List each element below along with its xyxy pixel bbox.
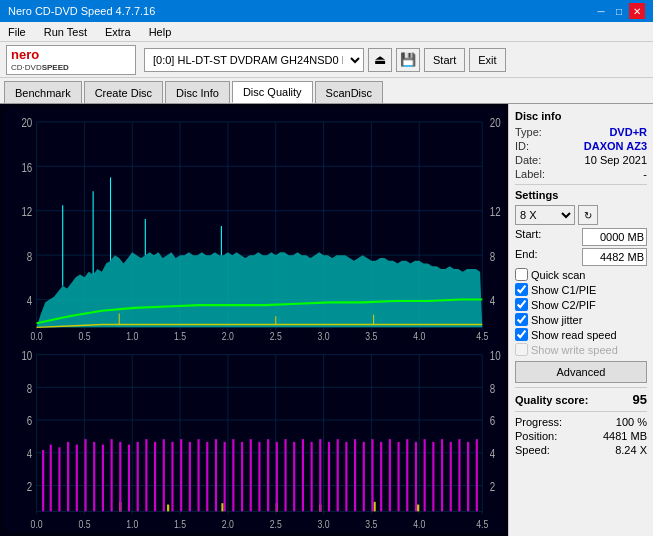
progress-label: Progress: <box>515 416 562 428</box>
svg-rect-131 <box>406 439 408 511</box>
svg-text:3.0: 3.0 <box>318 518 331 530</box>
svg-text:2.5: 2.5 <box>270 518 283 530</box>
svg-text:4.5: 4.5 <box>476 518 489 530</box>
disc-id-label: ID: <box>515 140 529 152</box>
logo-sub: CD·DVDSPEED <box>11 63 69 72</box>
svg-rect-135 <box>441 439 443 511</box>
quick-scan-checkbox[interactable] <box>515 268 528 281</box>
svg-text:10: 10 <box>21 349 32 362</box>
disc-date-value: 10 Sep 2021 <box>585 154 647 166</box>
disc-date-row: Date: 10 Sep 2021 <box>515 154 647 166</box>
svg-text:6: 6 <box>27 415 32 428</box>
disc-info-title: Disc info <box>515 110 647 122</box>
svg-rect-92 <box>67 442 69 512</box>
quality-score-row: Quality score: 95 <box>515 392 647 407</box>
position-row: Position: 4481 MB <box>515 430 647 442</box>
top-chart: 20 16 12 8 4 20 12 8 4 0.0 0.5 1.0 1.5 2… <box>4 108 504 341</box>
svg-rect-119 <box>302 439 304 511</box>
svg-rect-113 <box>250 439 252 511</box>
svg-rect-138 <box>467 442 469 512</box>
svg-rect-110 <box>224 442 226 512</box>
refresh-button[interactable]: ↻ <box>578 205 598 225</box>
show-c2pif-checkbox[interactable] <box>515 298 528 311</box>
svg-text:2.0: 2.0 <box>222 518 235 530</box>
maximize-button[interactable]: □ <box>611 3 627 19</box>
exit-button[interactable]: Exit <box>469 48 505 72</box>
svg-rect-99 <box>128 445 130 512</box>
svg-rect-115 <box>267 439 269 511</box>
svg-rect-108 <box>206 442 208 512</box>
svg-rect-137 <box>458 439 460 511</box>
quick-scan-label: Quick scan <box>531 269 585 281</box>
svg-text:4: 4 <box>490 294 495 307</box>
menu-bar: File Run Test Extra Help <box>0 22 653 42</box>
end-input[interactable] <box>582 248 647 266</box>
svg-rect-96 <box>102 445 104 512</box>
quick-scan-row: Quick scan <box>515 268 647 281</box>
svg-rect-122 <box>328 442 330 512</box>
menu-file[interactable]: File <box>4 22 30 41</box>
svg-text:6: 6 <box>490 415 495 428</box>
show-c1pie-checkbox[interactable] <box>515 283 528 296</box>
title-bar: Nero CD-DVD Speed 4.7.7.16 ─ □ ✕ <box>0 0 653 22</box>
tab-disc-info[interactable]: Disc Info <box>165 81 230 103</box>
advanced-button[interactable]: Advanced <box>515 361 647 383</box>
svg-text:4.0: 4.0 <box>413 518 426 530</box>
end-row: End: <box>515 248 647 266</box>
minimize-button[interactable]: ─ <box>593 3 609 19</box>
svg-text:20: 20 <box>21 116 32 129</box>
save-button[interactable]: 💾 <box>396 48 420 72</box>
menu-extra[interactable]: Extra <box>101 22 135 41</box>
position-value: 4481 MB <box>603 430 647 442</box>
disc-date-label: Date: <box>515 154 541 166</box>
show-c2pif-label: Show C2/PIF <box>531 299 596 311</box>
svg-rect-118 <box>293 442 295 512</box>
show-jitter-checkbox[interactable] <box>515 313 528 326</box>
svg-text:0.5: 0.5 <box>78 518 91 530</box>
drive-select[interactable]: [0:0] HL-DT-ST DVDRAM GH24NSD0 LH00 <box>144 48 364 72</box>
tab-bar: Benchmark Create Disc Disc Info Disc Qua… <box>0 78 653 104</box>
svg-text:0.5: 0.5 <box>78 330 90 341</box>
tab-disc-quality[interactable]: Disc Quality <box>232 81 313 103</box>
svg-text:12: 12 <box>490 205 501 218</box>
svg-rect-124 <box>345 442 347 512</box>
svg-rect-134 <box>432 442 434 512</box>
svg-rect-93 <box>76 445 78 512</box>
speed-row-progress: Speed: 8.24 X <box>515 444 647 456</box>
divider-3 <box>515 411 647 412</box>
svg-text:1.0: 1.0 <box>126 518 139 530</box>
svg-rect-105 <box>180 439 182 511</box>
speed-select[interactable]: 8 X 4 X 12 X 16 X <box>515 205 575 225</box>
svg-text:4.0: 4.0 <box>413 330 425 341</box>
svg-rect-116 <box>276 442 278 512</box>
eject-button[interactable]: ⏏ <box>368 48 392 72</box>
svg-text:4: 4 <box>27 447 32 460</box>
menu-help[interactable]: Help <box>145 22 176 41</box>
svg-rect-87 <box>374 502 376 512</box>
svg-rect-89 <box>42 450 44 511</box>
svg-text:12: 12 <box>21 205 32 218</box>
tab-benchmark[interactable]: Benchmark <box>4 81 82 103</box>
svg-text:20: 20 <box>490 116 501 129</box>
svg-rect-139 <box>476 439 478 511</box>
svg-rect-128 <box>380 442 382 512</box>
svg-rect-84 <box>221 503 223 511</box>
svg-rect-123 <box>337 439 339 511</box>
tab-scan-disc[interactable]: ScanDisc <box>315 81 383 103</box>
svg-rect-45 <box>4 341 504 532</box>
start-button[interactable]: Start <box>424 48 465 72</box>
nero-logo: nero CD·DVDSPEED <box>6 45 136 75</box>
close-button[interactable]: ✕ <box>629 3 645 19</box>
show-read-speed-checkbox[interactable] <box>515 328 528 341</box>
start-input[interactable] <box>582 228 647 246</box>
speed-row: 8 X 4 X 12 X 16 X ↻ <box>515 205 647 225</box>
svg-text:2.5: 2.5 <box>270 330 282 341</box>
position-label: Position: <box>515 430 557 442</box>
chart-area: 20 16 12 8 4 20 12 8 4 0.0 0.5 1.0 1.5 2… <box>0 104 508 536</box>
tab-create-disc[interactable]: Create Disc <box>84 81 163 103</box>
show-c1pie-row: Show C1/PIE <box>515 283 647 296</box>
divider-1 <box>515 184 647 185</box>
disc-type-row: Type: DVD+R <box>515 126 647 138</box>
quality-score-label: Quality score: <box>515 394 588 406</box>
menu-run-test[interactable]: Run Test <box>40 22 91 41</box>
